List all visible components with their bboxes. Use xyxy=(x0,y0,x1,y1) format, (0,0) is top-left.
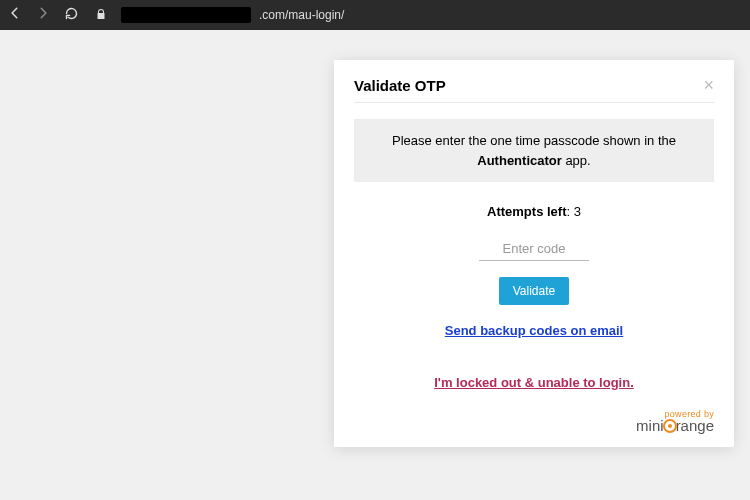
reload-icon[interactable] xyxy=(64,6,79,25)
brand-o-icon xyxy=(663,419,677,433)
brand-pre: mini xyxy=(636,417,664,434)
info-text-strong: Authenticator xyxy=(477,153,562,168)
url-path: .com/mau-login/ xyxy=(259,8,344,22)
send-backup-codes-link[interactable]: Send backup codes on email xyxy=(445,323,623,338)
attempts-value: 3 xyxy=(574,204,581,219)
info-message: Please enter the one time passcode shown… xyxy=(354,119,714,182)
locked-out-link[interactable]: I'm locked out & unable to login. xyxy=(434,375,634,390)
attempts-row: Attempts left: 3 xyxy=(354,204,714,219)
info-text-pre: Please enter the one time passcode shown… xyxy=(392,133,676,148)
brand-logo: minirange xyxy=(636,417,714,434)
validate-button[interactable]: Validate xyxy=(499,277,569,305)
page-body: Validate OTP × Please enter the one time… xyxy=(0,30,750,500)
dialog-title: Validate OTP xyxy=(354,77,446,94)
otp-input[interactable] xyxy=(479,237,589,261)
attempts-label: Attempts left xyxy=(487,204,566,219)
url-redacted xyxy=(121,7,251,23)
info-text-post: app. xyxy=(562,153,591,168)
forward-icon[interactable] xyxy=(36,6,50,24)
attempts-sep: : xyxy=(566,204,573,219)
browser-toolbar: .com/mau-login/ xyxy=(0,0,750,30)
back-icon[interactable] xyxy=(8,6,22,24)
otp-dialog: Validate OTP × Please enter the one time… xyxy=(334,60,734,447)
close-icon[interactable]: × xyxy=(703,76,714,94)
lock-icon xyxy=(95,6,107,24)
powered-by-row: powered by minirange xyxy=(354,409,714,435)
brand-post: range xyxy=(676,417,714,434)
